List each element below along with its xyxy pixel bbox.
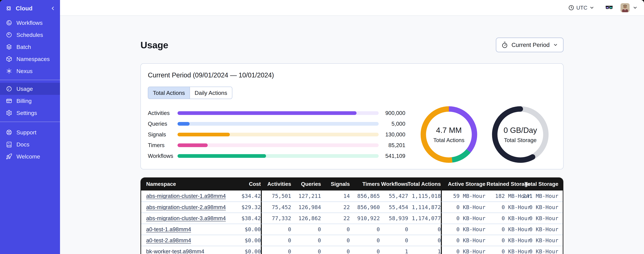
sidebar-nav-main: Workflows Schedules Batch Namespaces — [0, 17, 60, 77]
sidebar-collapse-button[interactable] — [50, 6, 56, 11]
user-menu-chevron-icon[interactable] — [632, 5, 638, 10]
table-cell: 75,501 — [262, 193, 291, 199]
tab-daily-actions[interactable]: Daily Actions — [190, 87, 232, 99]
table-cell: 0 KB-Hour — [531, 226, 563, 232]
sidebar-item-label: Usage — [16, 86, 33, 92]
sidebar-item-billing[interactable]: Billing — [0, 95, 60, 107]
namespace-cell: bk-worker-test.a98mm4 — [141, 248, 229, 254]
table-cell: 856,865 — [350, 193, 380, 199]
namespace-link[interactable]: abs-migration-cluster-1.a98mm4 — [146, 193, 226, 199]
table-cell: 55,427 — [380, 193, 408, 199]
sidebar-item-workflows[interactable]: Workflows — [0, 17, 60, 29]
table-row: a0-test-1.a98mm4$0.000000000 KB-Hour0 KB… — [141, 224, 563, 235]
table-cell: 22 — [321, 215, 350, 222]
sidebar-divider — [0, 122, 60, 122]
table-cell: 856,960 — [350, 204, 380, 210]
bar-fill — [178, 122, 190, 126]
table-cell: 0 — [350, 237, 380, 244]
column-header: Activities — [262, 181, 291, 187]
table-cell: 0 — [291, 237, 321, 244]
table-cell: 1 — [408, 248, 441, 254]
timezone-selector[interactable]: UTC — [568, 5, 594, 11]
table-cell: 0 KB-Hour — [531, 237, 563, 244]
period-selector-button[interactable]: Current Period — [496, 38, 564, 52]
topbar: UTC — [60, 0, 644, 16]
sidebar-header: Cloud — [0, 0, 60, 17]
table-cell: 77,332 — [262, 215, 291, 222]
table-cell: 0 — [321, 237, 350, 244]
sidebar-item-docs[interactable]: Docs — [0, 138, 60, 150]
action-type-label: Signals — [148, 131, 178, 138]
action-type-label: Activities — [148, 110, 178, 116]
support-lifebuoy-icon — [6, 129, 12, 136]
sidebar-item-support[interactable]: Support — [0, 126, 60, 138]
total-actions-donut: 4.7 MM Total Actions — [420, 105, 478, 164]
bar-fill — [178, 133, 230, 136]
usage-gauge-icon — [6, 86, 12, 92]
chevron-down-icon — [589, 5, 594, 10]
column-header: Timers — [350, 181, 380, 187]
bar-fill — [178, 154, 266, 158]
table-cell: 0 — [262, 248, 291, 254]
table-cell: 0 KB-Hour — [531, 204, 563, 210]
sidebar-item-batch[interactable]: Batch — [0, 41, 60, 53]
sidebar-item-schedules[interactable]: Schedules — [0, 29, 60, 41]
table-cell: $0.00 — [229, 248, 261, 254]
user-avatar[interactable] — [620, 3, 630, 12]
table-cell: 0 KB-Hour — [442, 237, 486, 244]
table-cell: 0 KB-Hour — [442, 248, 486, 254]
bar-fill — [178, 144, 208, 147]
timezone-label: UTC — [576, 5, 587, 11]
table-cell: 0 — [350, 226, 380, 232]
sidebar-item-label: Docs — [16, 141, 29, 148]
sidebar-item-label: Billing — [16, 98, 32, 104]
sidebar-nav-footer: Support Docs Welcome — [0, 126, 60, 162]
column-header: Retained Storage — [486, 181, 531, 187]
settings-gear-icon — [6, 110, 12, 116]
column-header: Active Storage — [442, 181, 486, 187]
namespace-link[interactable]: bk-worker-test.a98mm4 — [146, 248, 204, 254]
sidebar-item-label: Support — [16, 129, 36, 136]
sidebar-item-usage[interactable]: Usage — [0, 83, 60, 95]
table-cell: $34.42 — [229, 193, 261, 199]
table-cell: 0 — [262, 226, 291, 232]
total-actions-value: 4.7 MM — [436, 126, 462, 135]
namespace-cell: abs-migration-cluster-2.a98mm4 — [141, 204, 229, 210]
sidebar-item-nexus[interactable]: Nexus — [0, 65, 60, 77]
table-cell: 0 — [291, 248, 321, 254]
temporal-cloud-logo-icon — [5, 5, 12, 12]
table-cell: $0.00 — [229, 237, 261, 244]
card-title: Current Period (09/01/2024 — 10/01/2024) — [148, 71, 556, 79]
sidebar-item-settings[interactable]: Settings — [0, 107, 60, 119]
column-header: Namespace — [141, 181, 229, 187]
tab-total-actions[interactable]: Total Actions — [148, 87, 190, 99]
app-window: Cloud Workflows Schedules — [0, 0, 644, 254]
column-header: Queries — [291, 181, 321, 187]
table-cell: $29.32 — [229, 204, 261, 210]
total-actions-label: Total Actions — [433, 137, 464, 144]
welcome-rocket-icon — [6, 153, 12, 160]
namespace-link[interactable]: abs-migration-cluster-2.a98mm4 — [146, 204, 226, 210]
table-cell: 241 MB-Hour — [531, 193, 563, 199]
table-cell: 0 KB-Hour — [486, 226, 531, 232]
table-cell: 22 — [321, 204, 350, 210]
table-cell: 0 KB-Hour — [531, 215, 563, 222]
bar-row: Activities900,000 — [148, 108, 405, 118]
namespace-usage-table: NamespaceCostActivitiesQueriesSignalsTim… — [140, 178, 563, 254]
sidebar-item-label: Welcome — [16, 153, 40, 160]
namespace-link[interactable]: a0-test-1.a98mm4 — [146, 226, 191, 232]
namespace-link[interactable]: abs-migration-cluster-3.a98mm4 — [146, 215, 226, 221]
namespace-link[interactable]: a0-test-2.a98mm4 — [146, 237, 191, 244]
table-cell: 0 KB-Hour — [531, 248, 563, 254]
table-row: abs-migration-cluster-3.a98mm4$38.4277,3… — [141, 212, 563, 224]
3d-glasses-icon[interactable] — [605, 4, 614, 12]
bar-track — [178, 111, 379, 115]
table-cell: 1 — [380, 248, 408, 254]
table-cell: 1,115,018 — [408, 193, 441, 199]
sidebar-item-welcome[interactable]: Welcome — [0, 150, 60, 162]
column-header: Cost — [229, 181, 261, 187]
clock-icon — [568, 5, 574, 11]
table-cell: 0 KB-Hour — [486, 204, 531, 210]
sidebar-item-namespaces[interactable]: Namespaces — [0, 53, 60, 65]
bar-row: Workflows541,109 — [148, 150, 405, 161]
